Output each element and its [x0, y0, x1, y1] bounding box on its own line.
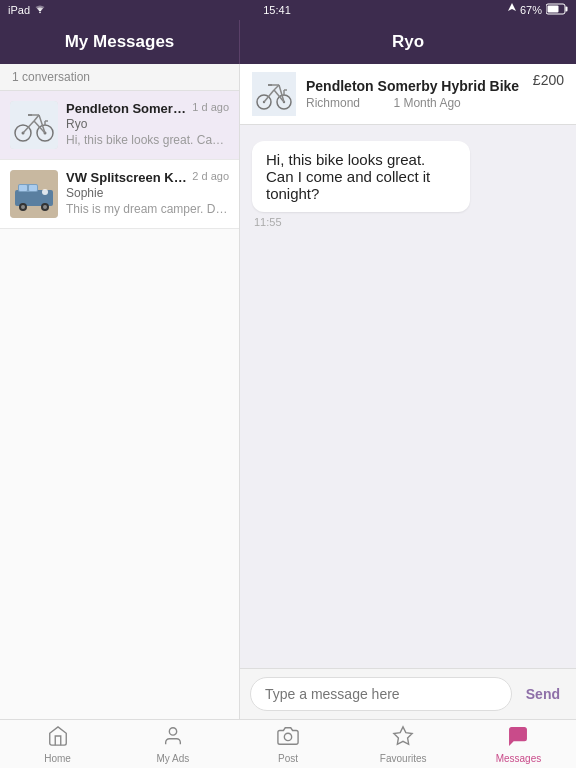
svg-rect-2 [566, 7, 568, 12]
item-header-title: Pendleton Somerby Hybrid Bike [306, 78, 533, 94]
person-icon [162, 725, 184, 751]
message-thumb-bike [10, 101, 58, 149]
gps-icon [508, 3, 516, 17]
status-right: 67% [508, 3, 568, 17]
battery-label: 67% [520, 4, 542, 16]
svg-rect-4 [10, 101, 58, 149]
message-sender-van: Sophie [66, 186, 229, 200]
tab-post[interactable]: Post [230, 720, 345, 768]
message-title-bike: Pendleton Somerby Hybrid [66, 101, 188, 116]
item-header: Pendleton Somerby Hybrid Bike Richmond 1… [240, 64, 576, 125]
svg-point-25 [43, 205, 47, 209]
message-input[interactable] [250, 677, 512, 711]
message-title-van: VW Splitscreen Kombi [66, 170, 188, 185]
status-time: 15:41 [263, 4, 291, 16]
tab-my-ads-label: My Ads [156, 753, 189, 764]
message-time-van: 2 d ago [192, 170, 229, 182]
svg-point-0 [39, 12, 41, 14]
svg-rect-21 [29, 185, 37, 191]
status-bar: iPad 15:41 67% [0, 0, 576, 20]
input-area: Send [240, 668, 576, 719]
svg-point-40 [169, 727, 176, 734]
tab-my-ads[interactable]: My Ads [115, 720, 230, 768]
item-header-price: £200 [533, 72, 564, 88]
item-header-thumb [252, 72, 296, 116]
chat-bubble-container: Hi, this bike looks great. Can I come an… [252, 141, 564, 228]
message-preview-bike: Hi, this bike looks great. Can I come an… [66, 133, 229, 147]
header-row: My Messages Ryo [0, 20, 576, 64]
tab-favourites-label: Favourites [380, 753, 427, 764]
item-header-info: Pendleton Somerby Hybrid Bike Richmond 1… [306, 78, 533, 110]
message-preview-van: This is my dream camper. Does it it have… [66, 202, 229, 216]
home-icon [47, 725, 69, 751]
conversation-count: 1 conversation [0, 64, 239, 91]
tab-bar: Home My Ads Post Favourites [0, 719, 576, 768]
chat-bubble: Hi, this bike looks great. Can I come an… [252, 141, 470, 212]
chat-message-text: Hi, this bike looks great. Can I come an… [266, 151, 430, 202]
chat-time: 11:55 [252, 216, 564, 228]
svg-point-26 [42, 189, 48, 195]
battery-icon [546, 3, 568, 17]
item-header-location: Richmond 1 Month Ago [306, 96, 533, 110]
right-panel: Pendleton Somerby Hybrid Bike Richmond 1… [240, 64, 576, 719]
svg-rect-20 [19, 185, 27, 191]
message-time-bike: 1 d ago [192, 101, 229, 113]
svg-marker-42 [394, 726, 412, 743]
tab-favourites[interactable]: Favourites [346, 720, 461, 768]
svg-point-41 [284, 733, 291, 740]
message-info-bike: Pendleton Somerby Hybrid 1 d ago Ryo Hi,… [66, 101, 229, 147]
tab-home-label: Home [44, 753, 71, 764]
send-button[interactable]: Send [520, 682, 566, 706]
message-info-van: VW Splitscreen Kombi 2 d ago Sophie This… [66, 170, 229, 216]
wifi-icon [34, 4, 46, 16]
message-sender-bike: Ryo [66, 117, 229, 131]
svg-rect-3 [548, 6, 559, 13]
tab-messages[interactable]: Messages [461, 720, 576, 768]
camera-icon [277, 725, 299, 751]
message-item-van[interactable]: VW Splitscreen Kombi 2 d ago Sophie This… [0, 160, 239, 229]
svg-point-23 [21, 205, 25, 209]
message-thumb-van [10, 170, 58, 218]
star-icon [392, 725, 414, 751]
tab-messages-label: Messages [496, 753, 542, 764]
left-panel: 1 conversation [0, 64, 240, 719]
message-icon [507, 725, 529, 751]
left-panel-header: My Messages [0, 20, 240, 64]
tab-home[interactable]: Home [0, 720, 115, 768]
right-panel-header: Ryo [240, 20, 576, 64]
chat-area: Hi, this bike looks great. Can I come an… [240, 125, 576, 668]
message-item-bike[interactable]: Pendleton Somerby Hybrid 1 d ago Ryo Hi,… [0, 91, 239, 160]
carrier-label: iPad [8, 4, 30, 16]
status-left: iPad [8, 4, 46, 16]
tab-post-label: Post [278, 753, 298, 764]
svg-rect-27 [252, 72, 296, 116]
main-content: 1 conversation [0, 64, 576, 719]
